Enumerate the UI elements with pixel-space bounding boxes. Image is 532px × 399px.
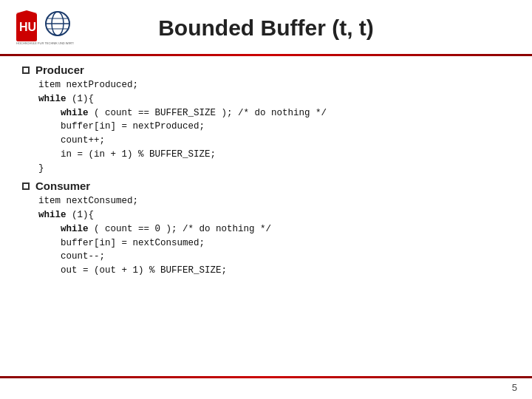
producer-code: item nextProduced; while (1){ while ( co… bbox=[38, 78, 510, 175]
consumer-line-4: buffer[in] = nextConsumed; bbox=[38, 238, 205, 248]
svg-text:HOCHSCHULE FÜR TECHNIK UND WIR: HOCHSCHULE FÜR TECHNIK UND WIRTSCHAFT bbox=[16, 41, 74, 45]
title-area: Bounded Buffer (t, t) bbox=[74, 16, 517, 41]
logo-area: HUI HOCHSCHULE FÜR TECHNIK UND WIRTSCHAF… bbox=[15, 7, 74, 48]
consumer-line-3: while ( count == 0 ); /* do nothing */ bbox=[38, 224, 271, 234]
consumer-line-2: while (1){ bbox=[38, 210, 94, 220]
consumer-header: Consumer bbox=[22, 180, 510, 192]
producer-line-1: item nextProduced; bbox=[38, 80, 138, 90]
producer-bullet bbox=[22, 66, 30, 74]
producer-line-6: in = (in + 1) % BUFFER_SIZE; bbox=[38, 149, 216, 160]
producer-line-5: count++; bbox=[38, 135, 105, 146]
header: HUI HOCHSCHULE FÜR TECHNIK UND WIRTSCHAF… bbox=[0, 0, 532, 54]
slide-title: Bounded Buffer (t, t) bbox=[158, 16, 374, 40]
producer-line-7: } bbox=[38, 163, 44, 174]
consumer-code: item nextConsumed; while (1){ while ( co… bbox=[38, 194, 510, 278]
producer-line-3: while ( count == BUFFER_SIZE ); /* do no… bbox=[38, 108, 327, 118]
consumer-line-5: count--; bbox=[38, 251, 105, 262]
consumer-line-6: out = (out + 1) % BUFFER_SIZE; bbox=[38, 265, 227, 276]
consumer-line-1: item nextConsumed; bbox=[38, 196, 138, 206]
svg-text:HUI: HUI bbox=[19, 21, 40, 33]
page-number: 5 bbox=[512, 382, 517, 393]
producer-line-2: while (1){ bbox=[38, 94, 94, 104]
producer-header: Producer bbox=[22, 64, 510, 76]
producer-line-4: buffer[in] = nextProduced; bbox=[38, 121, 205, 132]
consumer-section: Consumer item nextConsumed; while (1){ w… bbox=[22, 180, 510, 278]
consumer-bullet bbox=[22, 183, 30, 190]
consumer-label: Consumer bbox=[35, 180, 90, 192]
svg-marker-1 bbox=[16, 10, 37, 13]
logo: HUI HOCHSCHULE FÜR TECHNIK UND WIRTSCHAF… bbox=[15, 7, 74, 48]
bottom-divider bbox=[0, 376, 532, 378]
producer-label: Producer bbox=[35, 64, 84, 76]
producer-section: Producer item nextProduced; while (1){ w… bbox=[22, 64, 510, 175]
content-area: Producer item nextProduced; while (1){ w… bbox=[0, 56, 532, 290]
